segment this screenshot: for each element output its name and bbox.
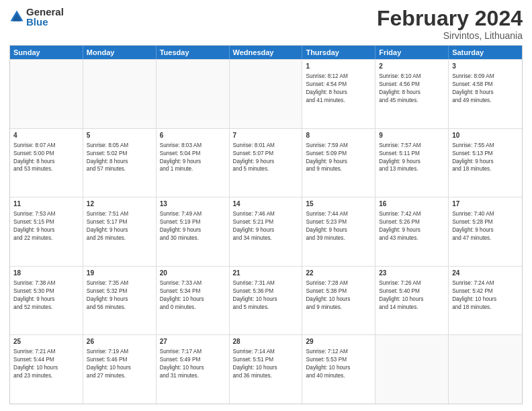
cell-info: Sunrise: 7:42 AMSunset: 5:26 PMDaylight:… bbox=[379, 210, 445, 242]
cal-cell-23: 23Sunrise: 7:26 AMSunset: 5:40 PMDayligh… bbox=[375, 267, 449, 335]
cal-cell-22: 22Sunrise: 7:28 AMSunset: 5:38 PMDayligh… bbox=[302, 267, 375, 335]
calendar-body: 1Sunrise: 8:12 AMSunset: 4:54 PMDaylight… bbox=[10, 59, 522, 404]
cal-cell-26: 26Sunrise: 7:19 AMSunset: 5:46 PMDayligh… bbox=[83, 335, 157, 404]
day-number: 6 bbox=[160, 131, 226, 140]
day-number: 18 bbox=[13, 269, 79, 278]
cal-header-saturday: Saturday bbox=[449, 46, 522, 59]
day-number: 13 bbox=[160, 199, 226, 209]
cal-cell-11: 11Sunrise: 7:53 AMSunset: 5:15 PMDayligh… bbox=[10, 197, 83, 266]
cell-info: Sunrise: 8:10 AMSunset: 4:56 PMDaylight:… bbox=[379, 73, 445, 105]
cell-info: Sunrise: 7:24 AMSunset: 5:42 PMDaylight:… bbox=[452, 279, 519, 312]
cal-header-wednesday: Wednesday bbox=[230, 46, 303, 59]
cell-info: Sunrise: 7:19 AMSunset: 5:46 PMDaylight:… bbox=[87, 348, 152, 380]
cell-info: Sunrise: 7:57 AMSunset: 5:11 PMDaylight:… bbox=[379, 142, 445, 174]
day-number: 2 bbox=[379, 62, 445, 71]
cal-week-1: 1Sunrise: 8:12 AMSunset: 4:54 PMDaylight… bbox=[10, 59, 522, 128]
cal-cell-5: 5Sunrise: 8:05 AMSunset: 5:02 PMDaylight… bbox=[83, 129, 157, 197]
day-number: 29 bbox=[306, 337, 371, 347]
cell-info: Sunrise: 7:53 AMSunset: 5:15 PMDaylight:… bbox=[13, 210, 79, 242]
cal-cell-3: 3Sunrise: 8:09 AMSunset: 4:58 PMDaylight… bbox=[449, 60, 522, 128]
cal-cell-6: 6Sunrise: 8:03 AMSunset: 5:04 PMDaylight… bbox=[157, 129, 230, 197]
cal-cell-19: 19Sunrise: 7:35 AMSunset: 5:32 PMDayligh… bbox=[83, 267, 157, 335]
day-number: 22 bbox=[306, 269, 371, 278]
header: General Blue February 2024 Sirvintos, Li… bbox=[9, 7, 523, 41]
cal-cell-20: 20Sunrise: 7:33 AMSunset: 5:34 PMDayligh… bbox=[157, 267, 230, 335]
cal-cell-28: 28Sunrise: 7:14 AMSunset: 5:51 PMDayligh… bbox=[230, 335, 303, 404]
cal-cell-29: 29Sunrise: 7:12 AMSunset: 5:53 PMDayligh… bbox=[302, 335, 375, 404]
cal-week-2: 4Sunrise: 8:07 AMSunset: 5:00 PMDaylight… bbox=[10, 128, 522, 197]
day-number: 19 bbox=[87, 269, 152, 278]
svg-rect-2 bbox=[13, 17, 20, 21]
cal-cell-15: 15Sunrise: 7:44 AMSunset: 5:23 PMDayligh… bbox=[302, 197, 375, 266]
cal-cell-24: 24Sunrise: 7:24 AMSunset: 5:42 PMDayligh… bbox=[449, 267, 522, 335]
month-title: February 2024 bbox=[377, 7, 523, 30]
cell-info: Sunrise: 7:35 AMSunset: 5:32 PMDaylight:… bbox=[87, 279, 152, 312]
day-number: 8 bbox=[306, 131, 371, 140]
day-number: 24 bbox=[452, 269, 519, 278]
day-number: 26 bbox=[87, 337, 152, 347]
cal-cell-empty-0-0 bbox=[10, 60, 83, 128]
logo-icon bbox=[9, 9, 24, 24]
cal-cell-empty-0-2 bbox=[157, 60, 230, 128]
cal-header-friday: Friday bbox=[375, 46, 449, 59]
cell-info: Sunrise: 8:05 AMSunset: 5:02 PMDaylight:… bbox=[87, 142, 152, 174]
cal-cell-16: 16Sunrise: 7:42 AMSunset: 5:26 PMDayligh… bbox=[375, 197, 449, 266]
cal-cell-4: 4Sunrise: 8:07 AMSunset: 5:00 PMDaylight… bbox=[10, 129, 83, 197]
day-number: 4 bbox=[13, 131, 79, 140]
cell-info: Sunrise: 7:51 AMSunset: 5:17 PMDaylight:… bbox=[87, 210, 152, 242]
cell-info: Sunrise: 7:28 AMSunset: 5:38 PMDaylight:… bbox=[306, 279, 371, 312]
cal-cell-empty-0-3 bbox=[230, 60, 303, 128]
cal-header-monday: Monday bbox=[83, 46, 157, 59]
cell-info: Sunrise: 7:40 AMSunset: 5:28 PMDaylight:… bbox=[452, 210, 519, 242]
cell-info: Sunrise: 7:55 AMSunset: 5:13 PMDaylight:… bbox=[452, 142, 519, 174]
cal-cell-2: 2Sunrise: 8:10 AMSunset: 4:56 PMDaylight… bbox=[375, 60, 449, 128]
page: General Blue February 2024 Sirvintos, Li… bbox=[0, 0, 532, 411]
cal-cell-7: 7Sunrise: 8:01 AMSunset: 5:07 PMDaylight… bbox=[230, 129, 303, 197]
cal-week-4: 18Sunrise: 7:38 AMSunset: 5:30 PMDayligh… bbox=[10, 266, 522, 335]
day-number: 23 bbox=[379, 269, 445, 278]
cal-cell-1: 1Sunrise: 8:12 AMSunset: 4:54 PMDaylight… bbox=[302, 60, 375, 128]
calendar-header-row: SundayMondayTuesdayWednesdayThursdayFrid… bbox=[10, 46, 522, 59]
cal-cell-empty-4-5 bbox=[375, 335, 449, 404]
cal-cell-8: 8Sunrise: 7:59 AMSunset: 5:09 PMDaylight… bbox=[302, 129, 375, 197]
day-number: 3 bbox=[452, 62, 519, 71]
day-number: 15 bbox=[306, 199, 371, 209]
day-number: 10 bbox=[452, 131, 519, 140]
day-number: 27 bbox=[160, 337, 226, 347]
logo-general-text: General bbox=[26, 7, 64, 17]
day-number: 21 bbox=[233, 269, 299, 278]
logo-text: General Blue bbox=[26, 7, 64, 27]
cal-cell-27: 27Sunrise: 7:17 AMSunset: 5:49 PMDayligh… bbox=[157, 335, 230, 404]
cal-cell-14: 14Sunrise: 7:46 AMSunset: 5:21 PMDayligh… bbox=[230, 197, 303, 266]
cal-cell-empty-4-6 bbox=[449, 335, 522, 404]
cal-cell-18: 18Sunrise: 7:38 AMSunset: 5:30 PMDayligh… bbox=[10, 267, 83, 335]
cell-info: Sunrise: 8:03 AMSunset: 5:04 PMDaylight:… bbox=[160, 142, 226, 174]
day-number: 11 bbox=[13, 199, 79, 209]
cal-header-tuesday: Tuesday bbox=[157, 46, 230, 59]
cell-info: Sunrise: 7:26 AMSunset: 5:40 PMDaylight:… bbox=[379, 279, 445, 312]
cal-cell-21: 21Sunrise: 7:31 AMSunset: 5:36 PMDayligh… bbox=[230, 267, 303, 335]
title-block: February 2024 Sirvintos, Lithuania bbox=[377, 7, 523, 41]
day-number: 16 bbox=[379, 199, 445, 209]
cell-info: Sunrise: 7:12 AMSunset: 5:53 PMDaylight:… bbox=[306, 348, 371, 380]
calendar: SundayMondayTuesdayWednesdayThursdayFrid… bbox=[9, 45, 523, 404]
cell-info: Sunrise: 8:12 AMSunset: 4:54 PMDaylight:… bbox=[306, 73, 371, 105]
day-number: 7 bbox=[233, 131, 299, 140]
cell-info: Sunrise: 7:17 AMSunset: 5:49 PMDaylight:… bbox=[160, 348, 226, 380]
cell-info: Sunrise: 7:14 AMSunset: 5:51 PMDaylight:… bbox=[233, 348, 299, 380]
cell-info: Sunrise: 7:33 AMSunset: 5:34 PMDaylight:… bbox=[160, 279, 226, 312]
cal-week-5: 25Sunrise: 7:21 AMSunset: 5:44 PMDayligh… bbox=[10, 334, 522, 404]
cell-info: Sunrise: 8:07 AMSunset: 5:00 PMDaylight:… bbox=[13, 142, 79, 174]
day-number: 20 bbox=[160, 269, 226, 278]
cal-cell-empty-0-1 bbox=[83, 60, 157, 128]
cal-cell-10: 10Sunrise: 7:55 AMSunset: 5:13 PMDayligh… bbox=[449, 129, 522, 197]
location-title: Sirvintos, Lithuania bbox=[377, 30, 523, 41]
day-number: 1 bbox=[306, 62, 371, 71]
cell-info: Sunrise: 7:46 AMSunset: 5:21 PMDaylight:… bbox=[233, 210, 299, 242]
cell-info: Sunrise: 7:21 AMSunset: 5:44 PMDaylight:… bbox=[13, 348, 79, 380]
cal-cell-9: 9Sunrise: 7:57 AMSunset: 5:11 PMDaylight… bbox=[375, 129, 449, 197]
cal-week-3: 11Sunrise: 7:53 AMSunset: 5:15 PMDayligh… bbox=[10, 197, 522, 266]
cal-cell-25: 25Sunrise: 7:21 AMSunset: 5:44 PMDayligh… bbox=[10, 335, 83, 404]
cal-header-sunday: Sunday bbox=[10, 46, 83, 59]
cal-cell-13: 13Sunrise: 7:49 AMSunset: 5:19 PMDayligh… bbox=[157, 197, 230, 266]
